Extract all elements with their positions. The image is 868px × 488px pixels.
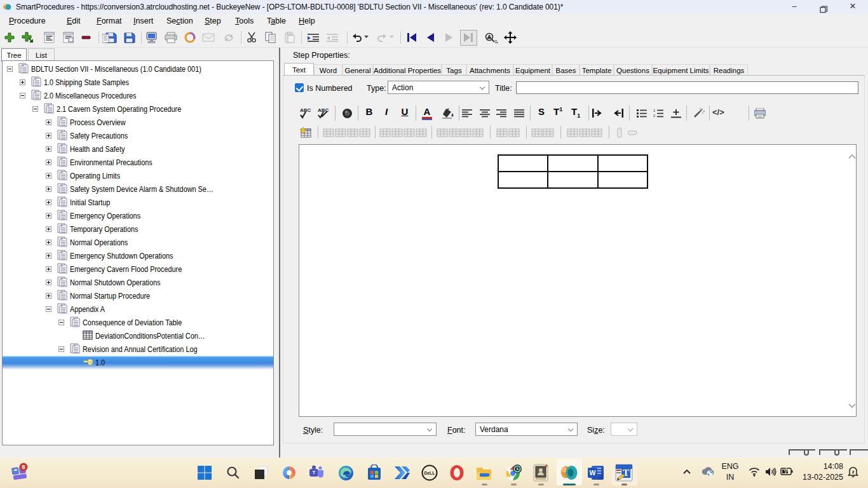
svg-text:1: 1 [653,109,656,112]
svg-text:DɛLL: DɛLL [424,471,435,475]
svg-text:2: 2 [653,114,656,118]
svg-text:z: z [852,469,855,475]
svg-text:8: 8 [22,464,25,470]
svg-text:T: T [313,470,316,475]
svg-text:W: W [590,469,596,477]
